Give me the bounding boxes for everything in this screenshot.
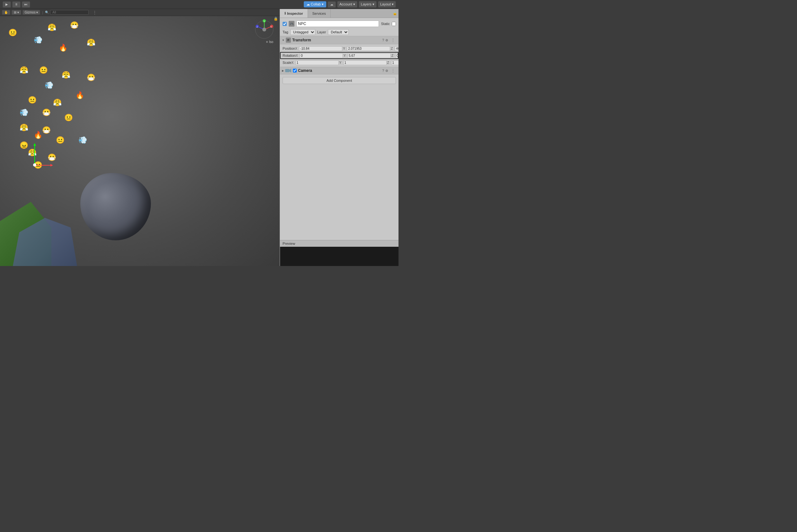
- step-button[interactable]: ⏭: [22, 1, 30, 8]
- camera-title: Camera: [298, 68, 382, 73]
- camera-actions: ? ⚙ ⋮: [382, 68, 396, 73]
- scale-fields: X Y Z: [292, 60, 398, 65]
- pause-button[interactable]: ⏸: [12, 1, 21, 8]
- scene-toolbar: ✋ ⊞ ▾ Gizmos ▾ | 🔍 ⋮: [0, 9, 280, 16]
- play-button[interactable]: ▶: [3, 1, 11, 8]
- rotation-z-item: Z: [391, 53, 398, 58]
- add-component-button[interactable]: Add Component: [282, 77, 396, 84]
- camera-help-button[interactable]: ?: [382, 69, 384, 73]
- scale-y-item: Y: [339, 60, 387, 65]
- tag-select[interactable]: Untagged: [290, 29, 315, 35]
- position-y-axis: Y: [343, 47, 347, 50]
- svg-text:X: X: [271, 26, 272, 28]
- svg-text:Y: Y: [264, 20, 265, 22]
- position-z-axis: Z: [391, 47, 395, 50]
- layout-dropdown[interactable]: Layout ▾: [378, 1, 396, 8]
- arrow-right-head: [51, 164, 53, 167]
- scale-z-item: Z: [387, 60, 398, 65]
- scene-view: ✋ ⊞ ▾ Gizmos ▾ | 🔍 ⋮ 😐 😤 😷 😤 🔥: [0, 9, 280, 266]
- gameobject-header: 🎮 Static: [280, 19, 398, 28]
- playback-controls: ▶ ⏸ ⏭: [3, 1, 30, 8]
- scale-x-axis: X: [292, 61, 295, 64]
- camera-more-button[interactable]: ⋮: [390, 68, 396, 73]
- inspector-lock-button[interactable]: 🔒: [393, 11, 397, 15]
- position-y-input[interactable]: [347, 46, 390, 51]
- scene-canvas[interactable]: 😐 😤 😷 😤 🔥 💨 😤 😐 😤 😷 💨 😐 😤 🔥 💨 😷 😐 😤 😷: [0, 16, 280, 266]
- position-x-item: X: [295, 46, 342, 51]
- position-z-input[interactable]: [395, 46, 398, 51]
- scene-more-button[interactable]: ⋮: [91, 10, 98, 15]
- right-panel: ℹ Inspector Services 🔒 🎮 Static Tag: [280, 9, 398, 266]
- orientation-gizmo: X Y Z: [254, 19, 275, 40]
- inspector-header-actions: 🔒: [393, 9, 398, 18]
- cloud-button[interactable]: ☁: [328, 1, 336, 8]
- rotation-x-axis: X: [296, 54, 300, 57]
- tab-inspector[interactable]: ℹ Inspector: [280, 9, 308, 18]
- scale-z-axis: Z: [387, 61, 391, 64]
- camera-enable-checkbox[interactable]: [293, 69, 297, 73]
- collab-button[interactable]: ☁ Collab ▾: [304, 1, 326, 7]
- tab-services[interactable]: Services: [308, 9, 331, 18]
- scene-search-input[interactable]: [50, 10, 89, 15]
- rotation-fields: X Y Z: [296, 53, 398, 58]
- position-x-input[interactable]: [299, 46, 342, 51]
- account-dropdown[interactable]: Account ▾: [337, 1, 357, 8]
- scale-label: Scale: [282, 61, 292, 64]
- position-x-axis: X: [295, 47, 299, 50]
- iso-label: ≡ Iso: [266, 40, 273, 44]
- position-fields: X Y Z: [295, 46, 398, 51]
- account-toolbar-group: ☁ Collab ▾ ☁ Account ▾ Layers ▾ Layout ▾: [304, 1, 396, 8]
- rotation-y-item: Y: [344, 53, 391, 58]
- preview-label: Preview: [282, 242, 295, 245]
- position-label: Position: [282, 46, 295, 50]
- add-component-section: Add Component: [280, 74, 398, 87]
- layers-dropdown[interactable]: Layers ▾: [359, 1, 377, 8]
- gameobject-icon: 🎮: [289, 21, 294, 26]
- svg-rect-11: [285, 69, 289, 72]
- rotation-row: Rotation X Y Z: [280, 52, 398, 59]
- transform-help-button[interactable]: ?: [382, 38, 384, 42]
- transform-fields: Position X Y Z: [280, 44, 398, 67]
- static-checkbox[interactable]: [392, 22, 396, 26]
- camera-component-header[interactable]: ▶ Camera ? ⚙ ⋮: [280, 67, 398, 74]
- preview-header: Preview: [280, 240, 398, 247]
- gameobject-enable-checkbox[interactable]: [282, 22, 287, 26]
- rotation-z-input[interactable]: [395, 53, 398, 58]
- layer-select[interactable]: Default: [328, 29, 349, 35]
- position-z-item: Z: [391, 46, 398, 51]
- rotation-x-input[interactable]: [300, 53, 343, 58]
- position-y-item: Y: [343, 46, 390, 51]
- preview-content: [280, 247, 398, 266]
- camera-tool-button[interactable]: ⊞ ▾: [12, 10, 21, 15]
- svg-marker-12: [289, 69, 291, 73]
- transform-actions: ? ⚙ ⋮: [382, 38, 396, 42]
- transform-component-header[interactable]: ▼ ⟳ Transform ? ⚙ ⋮: [280, 36, 398, 44]
- rotation-x-item: X: [296, 53, 343, 58]
- scale-row: Scale X Y Z: [280, 59, 398, 66]
- top-toolbar: ▶ ⏸ ⏭ ☁ Collab ▾ ☁ Account ▾ Layers ▾ La…: [0, 0, 398, 9]
- gameobject-name-input[interactable]: [296, 21, 379, 27]
- svg-point-10: [262, 27, 266, 32]
- scale-x-item: X: [292, 60, 339, 65]
- tag-layer-row: Tag Untagged Layer Default: [280, 28, 398, 36]
- scale-x-input[interactable]: [295, 60, 339, 65]
- inspector-tabs: ℹ Inspector Services 🔒: [280, 9, 398, 18]
- iso-menu-icon: ≡: [266, 40, 268, 44]
- svg-text:Z: Z: [257, 26, 258, 28]
- arrow-up: [34, 146, 35, 165]
- gizmo-center: [33, 163, 36, 167]
- scale-z-input[interactable]: [391, 60, 398, 65]
- scale-y-input[interactable]: [343, 60, 387, 65]
- arrow-up-head: [33, 143, 36, 146]
- static-label: Static: [381, 22, 390, 26]
- transform-more-button[interactable]: ⋮: [390, 38, 396, 42]
- tag-label: Tag: [282, 30, 289, 34]
- gizmos-button[interactable]: Gizmos ▾: [22, 10, 40, 15]
- transform-title: Transform: [292, 38, 383, 42]
- scene-lock-icon[interactable]: 🔒: [274, 17, 278, 21]
- hand-tool-button[interactable]: ✋: [2, 10, 10, 15]
- transform-settings-button[interactable]: ⚙: [385, 38, 388, 42]
- rotation-y-input[interactable]: [348, 53, 391, 58]
- camera-settings-button[interactable]: ⚙: [385, 69, 388, 73]
- transform-arrow-icon: ▼: [282, 39, 284, 42]
